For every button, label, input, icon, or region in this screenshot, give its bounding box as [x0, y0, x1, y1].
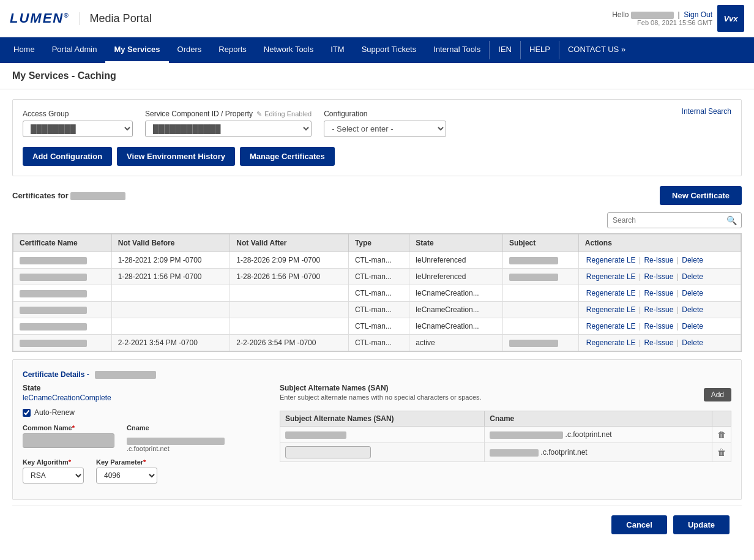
cert-row-4-not-after — [230, 318, 349, 335]
cname-group: Cname .c.footprint.net — [127, 424, 255, 452]
san-add-button[interactable]: Add — [704, 388, 731, 401]
nav-help[interactable]: HELP — [521, 37, 559, 63]
cert-name-blurred-3[interactable] — [20, 307, 87, 314]
nav-ien[interactable]: IEN — [490, 37, 520, 63]
cert-row-5-delete[interactable]: Delete — [682, 338, 703, 347]
header-date: Feb 08, 2021 15:56 GMT — [612, 19, 712, 26]
content-area: Internal Search Access Group ████████ Se… — [0, 89, 754, 554]
cert-row-1-type: CTL-man... — [348, 269, 409, 285]
cert-row-3-state: leCnameCreation... — [409, 302, 503, 318]
nav-itm[interactable]: ITM — [322, 37, 353, 63]
bottom-actions: Cancel Update — [12, 505, 742, 544]
cert-name-blurred-1[interactable] — [20, 274, 87, 281]
cert-row-5-state: active — [409, 335, 503, 351]
cert-row-2-type: CTL-man... — [348, 285, 409, 302]
cert-row-1-not-after: 1-28-2026 1:56 PM -0700 — [230, 269, 349, 285]
cert-row-0-name — [13, 252, 112, 269]
cert-row-5-type: CTL-man... — [348, 335, 409, 351]
configuration-label: Configuration — [324, 110, 446, 118]
key-parameter-select[interactable]: 4096 — [96, 468, 157, 483]
cert-row-2-not-after — [230, 285, 349, 302]
cert-name-blurred-0[interactable] — [20, 257, 87, 264]
cert-row-2-name — [13, 285, 112, 302]
cert-row-0-regenerate[interactable]: Regenerate LE — [586, 256, 636, 264]
cert-row-4-regenerate[interactable]: Regenerate LE — [586, 322, 636, 330]
search-input-wrap: 🔍 — [607, 212, 742, 228]
cert-row-3-regenerate[interactable]: Regenerate LE — [586, 305, 636, 314]
san-row-1-delete-icon[interactable]: 🗑 — [717, 430, 726, 439]
cert-row-3-reissue[interactable]: Re-Issue — [644, 305, 673, 314]
add-configuration-button[interactable]: Add Configuration — [23, 147, 112, 166]
cert-name-blurred-5[interactable] — [20, 340, 87, 347]
col-actions: Actions — [578, 234, 741, 252]
new-certificate-button[interactable]: New Certificate — [660, 186, 742, 205]
page-title-bar: My Services - Caching — [0, 63, 754, 89]
nav-reports[interactable]: Reports — [210, 37, 255, 63]
cert-row-4-reissue[interactable]: Re-Issue — [644, 322, 673, 330]
cert-row-3-delete[interactable]: Delete — [682, 305, 703, 314]
nav-internal-tools[interactable]: Internal Tools — [425, 37, 489, 63]
cert-search-input[interactable] — [607, 212, 742, 228]
header-right: Hello | Sign Out Feb 08, 2021 15:56 GMT … — [612, 5, 744, 32]
service-id-label: Service Component ID / Property — [145, 110, 253, 118]
update-button[interactable]: Update — [673, 515, 730, 534]
nav-orders[interactable]: Orders — [169, 37, 211, 63]
view-environment-button[interactable]: View Environment History — [117, 147, 235, 166]
cert-row-1-reissue[interactable]: Re-Issue — [644, 272, 673, 281]
key-algorithm-select[interactable]: RSA — [23, 468, 84, 483]
cert-row-2-delete[interactable]: Delete — [682, 289, 703, 297]
certificates-section: Certificates for New Certificate 🔍 Certi… — [12, 186, 742, 500]
cert-row-5-regenerate[interactable]: Regenerate LE — [586, 338, 636, 347]
col-not-before: Not Valid Before — [111, 234, 230, 252]
common-name-input[interactable] — [23, 433, 114, 448]
cert-row-1-subject — [502, 269, 578, 285]
san-row-2-delete-icon[interactable]: 🗑 — [717, 447, 726, 457]
nav-my-services[interactable]: My Services — [105, 37, 168, 63]
nav-home[interactable]: Home — [5, 37, 43, 63]
cert-row-4-name — [13, 318, 112, 335]
nav-network-tools[interactable]: Network Tools — [255, 37, 322, 63]
cert-name-blurred-2[interactable] — [20, 290, 87, 297]
cert-row-0-delete[interactable]: Delete — [682, 256, 703, 264]
auto-renew-label: Auto-Renew — [34, 408, 75, 417]
internal-search-link[interactable]: Internal Search — [682, 107, 731, 116]
common-name-group: Common Name* — [23, 424, 114, 452]
cert-row-5-reissue[interactable]: Re-Issue — [644, 338, 673, 347]
cert-table-head: Certificate Name Not Valid Before Not Va… — [13, 234, 741, 252]
cert-name-blurred-4[interactable] — [20, 323, 87, 330]
cert-row-4-state: leCnameCreation... — [409, 318, 503, 335]
cert-row-3: CTL-man... leCnameCreation... Regenerate… — [13, 302, 741, 318]
filter-row: Access Group ████████ Service Component … — [23, 110, 731, 137]
cert-row-3-subject — [502, 302, 578, 318]
manage-certificates-button[interactable]: Manage Certificates — [240, 147, 335, 166]
cancel-button[interactable]: Cancel — [611, 515, 667, 534]
cert-row-0-state: leUnreferenced — [409, 252, 503, 269]
common-name-req: * — [72, 424, 75, 431]
cert-row-0-reissue[interactable]: Re-Issue — [644, 256, 673, 264]
cert-row-2-reissue[interactable]: Re-Issue — [644, 289, 673, 297]
nav-portal-admin[interactable]: Portal Admin — [43, 37, 106, 63]
cert-row-2-subject — [502, 285, 578, 302]
access-group-label: Access Group — [23, 110, 133, 118]
sign-out-link[interactable]: Sign Out — [684, 10, 712, 19]
lumen-logo: LUMEN® — [10, 10, 70, 26]
search-icon: 🔍 — [726, 215, 737, 225]
access-group-select[interactable]: ████████ — [23, 121, 133, 137]
san-row-2-input[interactable] — [285, 446, 371, 458]
common-name-label: Common Name* — [23, 424, 114, 431]
cert-row-4-delete[interactable]: Delete — [682, 322, 703, 330]
cert-row-1-delete[interactable]: Delete — [682, 272, 703, 281]
action-buttons: Add Configuration View Environment Histo… — [23, 147, 731, 166]
cert-row-2: CTL-man... leCnameCreation... Regenerate… — [13, 285, 741, 302]
username-blurred — [631, 12, 674, 19]
nav-contact-us[interactable]: CONTACT US » — [559, 37, 634, 63]
cert-row-2-regenerate[interactable]: Regenerate LE — [586, 289, 636, 297]
service-id-select[interactable]: ████████████ — [145, 121, 312, 137]
nav-support-tickets[interactable]: Support Tickets — [353, 37, 425, 63]
cert-row-1-regenerate[interactable]: Regenerate LE — [586, 272, 636, 281]
portal-title: Media Portal — [80, 12, 152, 25]
configuration-select[interactable]: - Select or enter - — [324, 121, 446, 137]
cert-row-1-actions: Regenerate LE | Re-Issue | Delete — [578, 269, 741, 285]
cert-table-wrap: Certificate Name Not Valid Before Not Va… — [12, 233, 742, 352]
auto-renew-checkbox[interactable] — [23, 409, 31, 417]
